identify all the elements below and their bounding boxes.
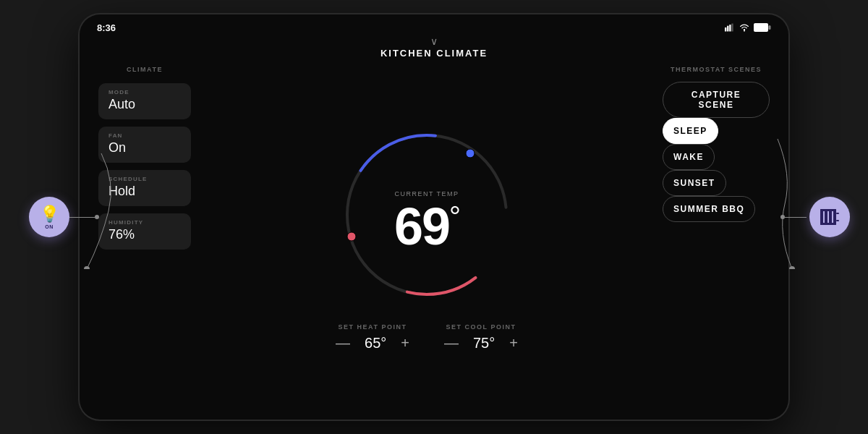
mode-value: Auto — [109, 97, 135, 111]
left-node-line — [65, 153, 137, 269]
mode-card[interactable]: MODE Auto — [98, 83, 191, 119]
scene-button-2[interactable]: WAKE — [663, 144, 715, 170]
scene-button-3[interactable]: SUNSET — [663, 170, 726, 196]
set-points: SET HEAT POINT — 65° + SET COOL POINT — … — [333, 323, 521, 352]
header: ∨ KITCHEN CLIMATE — [80, 36, 788, 59]
page-title: KITCHEN CLIMATE — [380, 48, 488, 59]
heat-point-value: 65° — [365, 335, 386, 352]
cool-point-group: SET COOL POINT — 75° + — [441, 323, 521, 352]
right-node-line — [756, 139, 814, 269]
cool-point-controls: — 75° + — [441, 335, 521, 352]
svg-point-10 — [466, 149, 475, 158]
left-node-container: 💡 ON — [29, 197, 99, 237]
scene-button-4[interactable]: SUMMER BBQ — [663, 196, 755, 222]
cool-point-plus-button[interactable]: + — [506, 336, 521, 350]
svg-point-13 — [789, 266, 795, 269]
cool-point-label: SET COOL POINT — [441, 323, 521, 331]
temp-display: CURRENT TEMP 69° — [394, 190, 459, 252]
scenes-section-label: THERMOSTAT SCENES — [663, 66, 770, 73]
svg-rect-19 — [820, 223, 836, 225]
signal-icon — [725, 22, 735, 33]
svg-point-12 — [84, 266, 90, 269]
svg-rect-0 — [725, 27, 726, 31]
svg-rect-14 — [820, 209, 823, 225]
center-panel: CURRENT TEMP 69° SET HEAT POINT — 65° + — [203, 59, 651, 420]
scene-button-0[interactable]: CAPTURE SCENE — [663, 82, 770, 118]
fan-value: On — [109, 140, 126, 155]
left-node-circle[interactable]: 💡 ON — [29, 197, 69, 237]
left-node-label: ON — [45, 224, 54, 229]
status-icons — [725, 22, 771, 33]
svg-rect-21 — [836, 220, 839, 221]
tablet-device: 8:36 ∨ KITCHEN CLIM — [80, 14, 788, 420]
status-time: 8:36 — [97, 22, 116, 33]
bulb-icon: 💡 — [40, 205, 59, 224]
scenes-list: CAPTURE SCENESLEEPWAKESUNSETSUMMER BBQ — [663, 82, 770, 222]
svg-rect-1 — [727, 26, 728, 32]
heat-point-controls: — 65° + — [333, 335, 412, 352]
battery-icon — [754, 22, 771, 33]
thermostat-dial[interactable]: CURRENT TEMP 69° — [326, 114, 528, 316]
status-bar: 8:36 — [80, 14, 788, 35]
svg-rect-15 — [825, 209, 827, 225]
chevron-down-icon[interactable]: ∨ — [430, 36, 438, 46]
svg-rect-2 — [729, 25, 731, 31]
scene-button-1[interactable]: SLEEP — [663, 118, 718, 144]
heat-point-label: SET HEAT POINT — [333, 323, 412, 331]
mode-label: MODE — [109, 89, 181, 95]
svg-rect-3 — [731, 24, 733, 32]
heat-point-plus-button[interactable]: + — [398, 336, 412, 350]
svg-rect-5 — [754, 23, 768, 32]
climate-section-label: CLIMATE — [98, 66, 191, 73]
current-temp-value: 69° — [394, 197, 459, 255]
svg-point-11 — [347, 232, 356, 241]
fan-label: FAN — [109, 132, 181, 139]
svg-point-4 — [744, 29, 745, 30]
current-temp-label: CURRENT TEMP — [394, 190, 459, 197]
svg-rect-16 — [829, 209, 832, 225]
cool-point-value: 75° — [473, 335, 495, 352]
right-node-circle[interactable] — [809, 197, 850, 237]
right-node-container — [780, 197, 850, 237]
radiator-icon — [819, 206, 841, 228]
wifi-icon — [739, 22, 749, 33]
svg-rect-6 — [769, 25, 771, 30]
svg-rect-18 — [820, 209, 836, 211]
svg-rect-20 — [836, 213, 839, 214]
heat-point-minus-button[interactable]: — — [333, 336, 353, 350]
main-content: CLIMATE MODE Auto FAN On SCHEDULE Hold H… — [80, 59, 788, 420]
heat-point-group: SET HEAT POINT — 65° + — [333, 323, 412, 352]
cool-point-minus-button[interactable]: — — [441, 336, 461, 350]
svg-rect-17 — [833, 209, 836, 225]
